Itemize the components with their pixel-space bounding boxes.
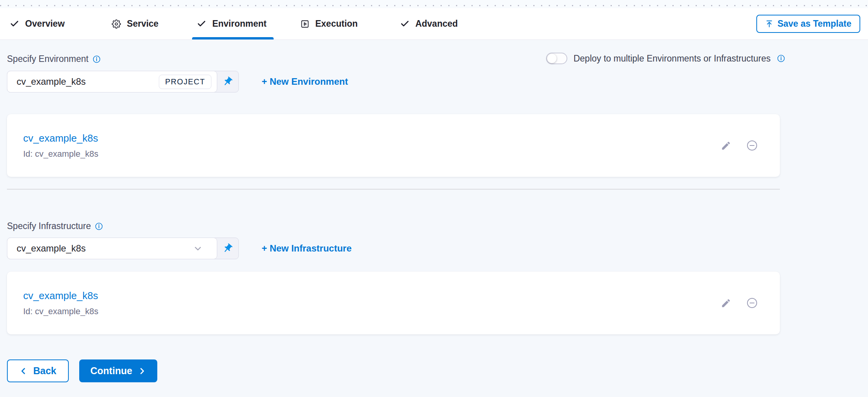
- tab-label: Service: [127, 19, 158, 29]
- top-dotted-divider: [0, 0, 868, 8]
- scope-badge: PROJECT: [159, 75, 211, 89]
- tab-label: Environment: [212, 19, 267, 29]
- tab-environment[interactable]: Environment: [197, 8, 267, 39]
- multi-environment-toggle-label: Deploy to multiple Environments or Infra…: [574, 53, 771, 64]
- toggle-knob: [547, 54, 557, 63]
- check-icon: [197, 19, 206, 29]
- gear-icon: [112, 19, 121, 29]
- specify-environment-text: Specify Environment: [7, 54, 89, 64]
- tab-execution[interactable]: Execution: [300, 8, 358, 39]
- chevron-left-icon: [19, 367, 28, 375]
- play-box-icon: [300, 19, 310, 29]
- tab-service[interactable]: Service: [112, 8, 158, 39]
- pin-button[interactable]: [217, 238, 238, 259]
- save-as-template-button[interactable]: Save as Template: [756, 15, 860, 33]
- environment-card: cv_example_k8s Id: cv_example_k8s: [7, 114, 780, 177]
- infrastructure-card: cv_example_k8s Id: cv_example_k8s: [7, 272, 780, 334]
- environment-input-value[interactable]: cv_example_k8s: [17, 76, 155, 87]
- check-icon: [10, 19, 19, 29]
- back-label: Back: [33, 365, 56, 376]
- environment-card-id: Id: cv_example_k8s: [23, 149, 721, 159]
- pencil-icon: [721, 298, 731, 308]
- dotted-line: [0, 5, 868, 6]
- pushpin-icon: [222, 76, 233, 87]
- new-environment-link[interactable]: + New Environment: [262, 76, 348, 87]
- upload-icon: [765, 20, 773, 28]
- tab-overview[interactable]: Overview: [10, 8, 65, 39]
- environment-input-group: cv_example_k8s PROJECT: [7, 71, 239, 92]
- specify-infrastructure-label: Specify Infrastructure: [7, 221, 103, 231]
- continue-label: Continue: [90, 365, 132, 376]
- tab-label: Overview: [25, 19, 65, 29]
- edit-infrastructure-button[interactable]: [721, 298, 731, 308]
- tabbar-spacer: [458, 8, 756, 39]
- info-icon[interactable]: [92, 55, 101, 63]
- tab-advanced[interactable]: Advanced: [400, 8, 458, 39]
- remove-infrastructure-button[interactable]: [746, 297, 758, 309]
- pipeline-stage-tabbar: Overview Service Environment Execution A…: [0, 8, 868, 40]
- save-as-template-label: Save as Template: [778, 19, 851, 29]
- infrastructure-select-group: cv_example_k8s: [7, 238, 239, 259]
- pushpin-icon: [222, 243, 233, 254]
- infrastructure-card-title-link[interactable]: cv_example_k8s: [23, 290, 721, 302]
- info-icon[interactable]: [777, 54, 785, 63]
- tab-label: Execution: [315, 19, 358, 29]
- info-icon[interactable]: [95, 222, 103, 231]
- pin-button[interactable]: [217, 71, 238, 92]
- environment-stage-content: Specify Environment Deploy to multiple E…: [0, 40, 868, 394]
- environment-input[interactable]: cv_example_k8s PROJECT: [7, 71, 217, 92]
- pencil-icon: [721, 140, 731, 151]
- chevron-down-icon: [193, 243, 203, 253]
- environment-card-title-link[interactable]: cv_example_k8s: [23, 132, 721, 144]
- specify-environment-label: Specify Environment: [7, 54, 101, 64]
- specify-infrastructure-text: Specify Infrastructure: [7, 221, 91, 231]
- infrastructure-select[interactable]: cv_example_k8s: [7, 238, 217, 259]
- section-divider: [7, 189, 780, 190]
- chevron-right-icon: [138, 367, 146, 375]
- continue-button[interactable]: Continue: [79, 359, 157, 382]
- edit-environment-button[interactable]: [721, 140, 731, 151]
- circle-minus-icon: [746, 139, 758, 152]
- check-icon: [400, 19, 410, 29]
- circle-minus-icon: [746, 297, 758, 309]
- infrastructure-select-value[interactable]: cv_example_k8s: [17, 243, 189, 254]
- infrastructure-card-id: Id: cv_example_k8s: [23, 306, 721, 317]
- back-button[interactable]: Back: [7, 359, 69, 382]
- new-infrastructure-link[interactable]: + New Infrastructure: [262, 243, 352, 254]
- remove-environment-button[interactable]: [746, 139, 758, 152]
- multi-environment-toggle[interactable]: [546, 53, 567, 64]
- tab-label: Advanced: [415, 19, 458, 29]
